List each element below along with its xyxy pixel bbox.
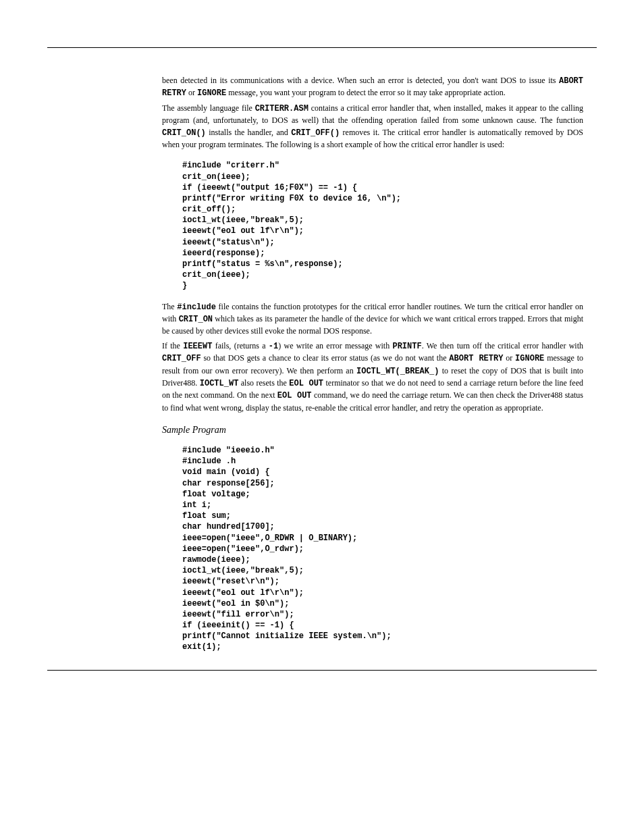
p4-inline-ignore: IGNORE [515, 354, 544, 363]
p4-inline-eolout1: EOL OUT [289, 379, 323, 388]
heading-sample-program: Sample Program [162, 425, 583, 436]
p1-text-e: message, you want your program to detect… [226, 88, 506, 97]
p1-text-c: or [186, 88, 197, 97]
para-2: The assembly language file CRITERR.ASM c… [162, 103, 583, 151]
p4-text-g: . We then turn off the critical error ha… [422, 341, 583, 350]
p4-inline-ioctlwt: IOCTL_WT [200, 379, 239, 388]
p4-inline-ioctlwtbreak: IOCTL_WT(_BREAK_) [356, 367, 439, 376]
p4-inline-eolout2: EOL OUT [277, 391, 312, 400]
top-rule [47, 47, 597, 48]
p3-inline-criton: CRIT_ON [179, 315, 213, 324]
p2-inline-criton: CRIT_ON() [162, 128, 206, 138]
p1-text-a: been detected in its communications with… [162, 76, 559, 85]
p1-inline-ignore: IGNORE [197, 88, 226, 98]
p2-inline-critoff: CRIT_OFF() [291, 128, 340, 138]
p4-inline-printf: PRINTF [392, 342, 421, 351]
p4-text-q: also resets the [238, 378, 289, 388]
p4-inline-neg1: -1 [269, 342, 278, 351]
para-3: The #include file contains the function … [162, 301, 583, 338]
p4-text-e: ) we write an error message with [278, 341, 392, 350]
code-block-2: #include "ieeeio.h" #include .h void mai… [182, 445, 597, 653]
p4-inline-critoff: CRIT_OFF [162, 354, 201, 363]
bottom-rule [47, 670, 597, 671]
code-block-1: #include "criterr.h" crit_on(ieee); if (… [182, 160, 597, 291]
p2-text-e: installs the handler, and [206, 128, 291, 137]
p4-text-a: If the [162, 341, 183, 350]
para-4: If the IEEEWT fails, (returns a -1) we w… [162, 340, 583, 414]
p3-text-a: The [162, 302, 177, 311]
p4-text-i: so that DOS gets a chance to clear its e… [201, 353, 450, 363]
p3-text-e: which takes as its parameter the handle … [162, 314, 583, 336]
para-1: been detected in its communications with… [162, 75, 583, 100]
p4-text-c: fails, (returns a [212, 341, 268, 350]
p2-inline-criterr: CRITERR.ASM [255, 104, 308, 113]
p2-text-a: The assembly language file [162, 103, 255, 113]
p4-text-k: or [503, 353, 515, 363]
p3-inline-include: #include [177, 303, 216, 312]
p4-inline-abort: ABORT RETRY [449, 354, 503, 363]
p4-inline-ieeewt: IEEEWT [183, 342, 212, 351]
